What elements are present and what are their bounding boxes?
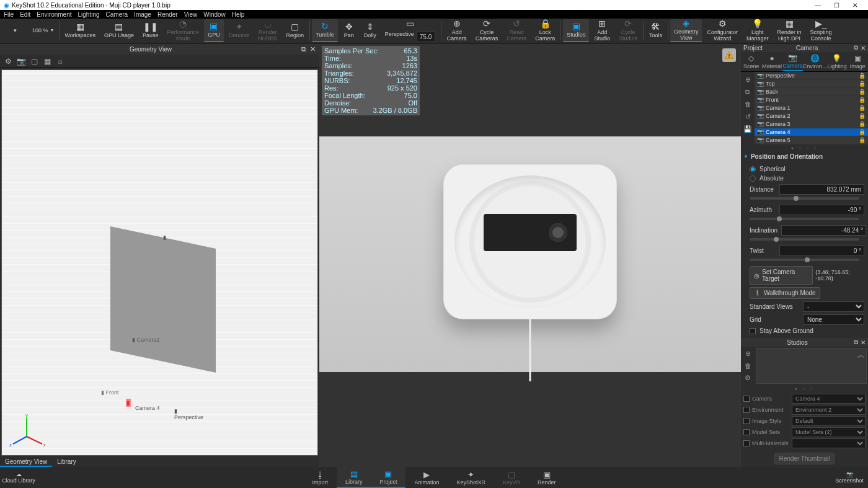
pan-button[interactable]: ✥Pan [339, 19, 359, 42]
region-button[interactable]: ▢Region [283, 19, 308, 42]
popout-icon[interactable]: ⧉ [301, 45, 306, 53]
maximize-button[interactable]: ☐ [827, 2, 846, 9]
camera-row-top[interactable]: 📷Top🔒 [755, 80, 868, 88]
studio-camera-select[interactable]: Camera 4 [792, 394, 866, 404]
keyshotxr-button[interactable]: ✦KeyShotXR [448, 467, 495, 488]
menu-image[interactable]: Image [134, 11, 151, 18]
studio-environment-select[interactable]: Environment 2 [792, 405, 866, 415]
dolly-button[interactable]: ⇕Dolly [360, 19, 380, 42]
tab-library[interactable]: Library [52, 457, 81, 467]
azimuth-slider[interactable] [750, 218, 859, 220]
add-studio-button[interactable]: ⊞Add Studio [590, 19, 614, 42]
reset-icon[interactable]: ↺ [743, 112, 753, 122]
camera-icon[interactable]: 📷 [16, 56, 27, 67]
checkbox-icon[interactable] [743, 440, 750, 446]
box-icon[interactable]: ▢ [29, 56, 40, 67]
camera-row-back[interactable]: 📷Back🔒 [755, 88, 868, 96]
checkbox-icon[interactable] [743, 396, 750, 402]
menu-help[interactable]: Help [232, 11, 245, 18]
menu-file[interactable]: File [4, 11, 14, 18]
keyvr-button[interactable]: ▢KeyVR [494, 467, 529, 488]
lock-icon[interactable]: 🔒 [859, 81, 866, 87]
lock-icon[interactable]: 🔒 [859, 97, 866, 103]
lock-icon[interactable]: 🔒 [859, 105, 866, 111]
close-button[interactable]: ✕ [846, 2, 864, 9]
checkbox-icon[interactable] [743, 429, 750, 435]
warning-icon[interactable] [722, 48, 736, 62]
lock-icon[interactable]: 🔒 [859, 137, 866, 143]
close-icon[interactable]: ✕ [861, 45, 866, 51]
popout-icon[interactable]: ⧉ [854, 44, 858, 51]
light-icon[interactable]: ☼ [55, 56, 66, 67]
inclination-input[interactable] [781, 225, 866, 236]
render-button[interactable]: ▣Render [529, 467, 565, 488]
tools-button[interactable]: 🛠Tools [645, 19, 666, 42]
twist-input[interactable] [779, 246, 864, 256]
configurator-wizard-button[interactable]: ⚙Configurator Wizard [703, 19, 742, 42]
project-button[interactable]: ▣Project [371, 467, 405, 488]
workspace-dropdown[interactable]: ▾ [2, 19, 27, 42]
cycle-cameras-button[interactable]: ⟳Cycle Cameras [472, 19, 502, 42]
menu-edit[interactable]: Edit [20, 11, 30, 18]
standard-views-select[interactable]: - [803, 301, 864, 312]
lock-camera-button[interactable]: 🔒Lock Camera [531, 19, 559, 42]
camera-row-front[interactable]: 📷Front🔒 [755, 96, 868, 104]
render-thumbnail-button[interactable]: Render Thumbnail [774, 453, 834, 464]
gpu-button[interactable]: ▣GPU [204, 19, 224, 42]
duplicate-icon[interactable]: ⧉ [743, 87, 753, 97]
gear-icon[interactable]: ⚙ [2, 56, 14, 67]
lock-icon[interactable]: 🔒 [859, 89, 866, 95]
tab-material[interactable]: ●Material [761, 52, 782, 71]
library-button[interactable]: ▤Library [337, 467, 371, 488]
render-nurbs-button[interactable]: ◡Render NURBS [254, 19, 281, 42]
set-camera-target-button[interactable]: ◎Set Camera Target [750, 266, 813, 285]
radio-absolute[interactable]: Absolute [745, 174, 864, 183]
delete-icon[interactable]: 🗑 [743, 99, 753, 109]
close-icon[interactable]: ✕ [310, 45, 316, 53]
delete-icon[interactable]: 🗑 [743, 361, 753, 370]
tumble-button[interactable]: ↻Tumble [312, 19, 338, 42]
lock-icon[interactable]: 🔒 [859, 113, 866, 119]
tab-lighting[interactable]: 💡Lighting [826, 52, 847, 71]
perspective-input[interactable] [417, 32, 435, 42]
studios-button[interactable]: ▣Studios [563, 19, 589, 42]
camera-row-3[interactable]: 📷Camera 3🔒 [755, 120, 868, 128]
radio-spherical[interactable]: Spherical [745, 164, 864, 174]
distance-input[interactable] [779, 184, 864, 195]
camera-row-perspective[interactable]: 📷Perspective🔒 [755, 72, 868, 80]
camera-row-1[interactable]: 📷Camera 1🔒 [755, 104, 868, 112]
camera-row-2[interactable]: 📷Camera 2🔒 [755, 112, 868, 120]
gear-icon[interactable]: ⚙ [743, 373, 753, 383]
cycle-studios-button[interactable]: ⟳Cycle Studios [615, 19, 641, 42]
tab-environment[interactable]: 🌐Environ... [803, 52, 826, 71]
walkthrough-mode-button[interactable]: 🚶Walkthrough Mode [750, 287, 820, 299]
tab-geometry-view[interactable]: Geometry View [0, 457, 52, 467]
zoom-dropdown[interactable]: 100 %▾ [29, 19, 57, 42]
pager-dots[interactable]: ● ○ ○ ○ [741, 144, 868, 151]
tab-scene[interactable]: ◇Scene [741, 52, 761, 71]
menu-window[interactable]: Window [203, 11, 226, 18]
checkbox-icon[interactable] [743, 418, 750, 424]
minimize-button[interactable]: — [808, 2, 827, 9]
pager-dots[interactable]: ● ○ ○ [741, 385, 868, 392]
geometry-view-button[interactable]: ◈Geometry View [670, 19, 702, 42]
grid-select[interactable]: None [803, 314, 864, 325]
collapse-up-icon[interactable]: ︽ [857, 350, 865, 360]
gpu-usage-button[interactable]: ▤GPU Usage [100, 19, 138, 42]
performance-mode-button[interactable]: ◔Performance Mode [163, 19, 203, 42]
add-camera-icon[interactable]: ⊕ [743, 74, 753, 84]
reset-camera-button[interactable]: ↺Reset Camera [503, 19, 530, 42]
render-viewport[interactable]: Samples Per Sec:65.3 Time:13s Samples:12… [319, 43, 741, 467]
close-icon[interactable]: ✕ [861, 339, 866, 346]
camera-row-4[interactable]: 📷Camera 4🔒 [755, 128, 868, 136]
inclination-slider[interactable] [750, 238, 859, 241]
animation-button[interactable]: ▶Animation [405, 467, 448, 488]
pause-button[interactable]: ❚❚Pause [139, 19, 162, 42]
menu-lighting[interactable]: Lighting [78, 11, 100, 18]
workspaces-button[interactable]: ▦Workspaces [61, 19, 99, 42]
lock-icon[interactable]: 🔒 [859, 73, 866, 79]
tab-camera[interactable]: 📷Camera [782, 52, 803, 71]
menu-environment[interactable]: Environment [37, 11, 71, 18]
popout-icon[interactable]: ⧉ [854, 339, 858, 346]
geometry-view-canvas[interactable]: ▮ ▮ Camera1 ▮ Camera 4 ▮ Front ▮Perspect… [1, 69, 318, 456]
